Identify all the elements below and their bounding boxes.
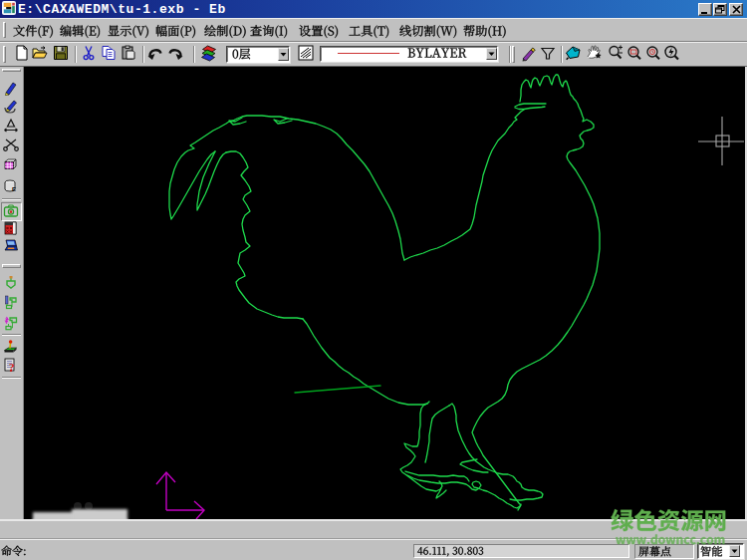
svg-text:E: E: [12, 186, 16, 192]
